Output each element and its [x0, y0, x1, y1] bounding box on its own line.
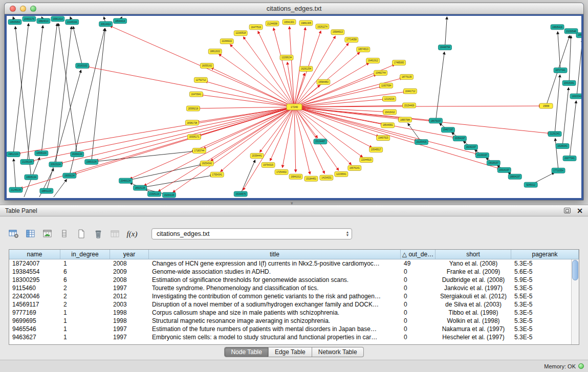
graph-node[interactable]: 18565104	[35, 151, 48, 156]
graph-node[interactable]: 17254402	[275, 169, 288, 174]
graph-node[interactable]: 12239541	[335, 171, 348, 177]
graph-node[interactable]: 18812022	[208, 49, 222, 54]
graph-node[interactable]: 16461912	[366, 58, 380, 63]
graph-node[interactable]: 12208134	[280, 55, 293, 60]
graph-node[interactable]: 19264134	[162, 192, 176, 198]
graph-node[interactable]: 20915104	[49, 162, 62, 167]
table-row[interactable]: 1456911722003Disruption of a novel membe…	[9, 300, 579, 309]
graph-node[interactable]: 17714058	[345, 37, 358, 42]
graph-node[interactable]: 19653134	[85, 159, 98, 164]
graph-node[interactable]: 19303341	[570, 94, 581, 99]
column-header[interactable]: pagerank	[511, 250, 579, 259]
graph-node[interactable]: 22266022	[220, 39, 233, 44]
graph-node[interactable]: 21246134	[9, 187, 23, 192]
close-panel-icon[interactable]: ✕	[577, 207, 583, 214]
table-row[interactable]: 977716911998Corpus callosum shape and si…	[9, 309, 579, 317]
graph-node[interactable]: 16841012	[289, 174, 302, 179]
graph-node[interactable]: 21244098	[266, 21, 279, 26]
graph-node[interactable]: 12752712	[194, 77, 207, 82]
graph-node[interactable]: 16470941	[189, 92, 203, 97]
table-row[interactable]: 1830029562008Estimation of significance …	[9, 276, 579, 284]
graph-node[interactable]: 17710354	[552, 168, 565, 173]
graph-node[interactable]: 19028197	[487, 160, 500, 165]
graph-node[interactable]: 16576141	[348, 165, 361, 170]
table-row[interactable]: 2242004622012Investigating the contribut…	[9, 292, 579, 300]
graph-node[interactable]: 19467197	[441, 127, 454, 133]
graph-node[interactable]: 18381738	[185, 120, 199, 125]
graph-node[interactable]: 20466134	[119, 178, 133, 183]
graph-node[interactable]: 19505134	[25, 174, 38, 180]
graph-node[interactable]: 16541301	[282, 19, 296, 25]
graph-node[interactable]: 15584913	[331, 30, 344, 35]
graph-node[interactable]: 19961414	[51, 16, 64, 21]
column-header[interactable]: short	[435, 250, 511, 259]
graph-node[interactable]: 18574513	[357, 47, 370, 52]
column-header[interactable]: title	[149, 250, 401, 259]
table-row[interactable]: 911546021997Tourette syndrome. Phenomeno…	[9, 284, 579, 292]
delete-table-button[interactable]	[92, 228, 105, 240]
graph-node[interactable]: 19861305	[299, 20, 313, 26]
graph-node[interactable]: 20163102	[76, 63, 89, 68]
graph-node[interactable]: 20264134	[71, 152, 84, 157]
table-select-dropdown[interactable]: citations_edges.txt ▲▼	[151, 228, 352, 239]
graph-node[interactable]: 19812104	[7, 152, 20, 157]
graph-node[interactable]: 19254342	[200, 161, 213, 166]
graph-node[interactable]: 20463174	[23, 16, 36, 21]
graph-node[interactable]: 19565954	[8, 19, 21, 25]
graph-node[interactable]: 19448794	[438, 45, 451, 50]
graph-node[interactable]: 18679197	[429, 118, 443, 123]
column-header[interactable]: in_degree	[60, 250, 110, 259]
tab-network-table[interactable]: Network Table	[312, 347, 364, 357]
graph-node[interactable]: 16055162	[200, 63, 213, 68]
graph-node[interactable]: 20599218	[186, 106, 200, 111]
graph-node[interactable]: 15184451	[304, 176, 318, 181]
import-table-button[interactable]	[108, 228, 122, 240]
graph-node[interactable]: 20614414	[99, 21, 113, 27]
graph-node[interactable]: 18544991	[381, 123, 395, 128]
graph-node[interactable]: 20354197	[453, 136, 466, 141]
column-display-button[interactable]	[24, 228, 37, 240]
graph-node[interactable]: 18841134	[40, 188, 53, 193]
graph-node[interactable]: 17183744	[192, 148, 206, 154]
network-window-titlebar[interactable]: citations_edges.txt	[5, 3, 583, 14]
graph-node[interactable]: 19457915	[377, 136, 390, 141]
graph-node[interactable]: 18957984	[399, 117, 412, 122]
new-table-button[interactable]	[75, 228, 88, 240]
graph-node[interactable]: 10482744	[374, 70, 387, 75]
graph-node[interactable]: 15154409	[403, 103, 416, 108]
table-row[interactable]: 1872400712008Changes of HCN gene express…	[9, 259, 579, 268]
graph-node[interactable]: 18727341	[554, 68, 567, 73]
graph-node[interactable]: 15344575	[234, 191, 247, 196]
scrollbar-thumb[interactable]	[572, 260, 578, 280]
graph-node[interactable]: 21291341	[548, 132, 561, 137]
graph-node[interactable]: 9245012	[524, 182, 537, 187]
graph-node[interactable]: 16165416	[415, 140, 428, 145]
tab-edge-table[interactable]: Edge Table	[269, 347, 312, 357]
graph-node[interactable]: 12116216	[383, 96, 396, 101]
table-row[interactable]: 946362711997Embryonic stem cells: a mode…	[9, 333, 579, 341]
graph-node[interactable]: 16477516	[249, 25, 263, 30]
graph-node[interactable]: 21505134	[148, 191, 161, 196]
graph-node[interactable]: 18540448	[576, 33, 581, 38]
table-row[interactable]: 1938455462009Genome-wide association stu…	[9, 268, 579, 276]
graph-node[interactable]: 16441712	[404, 89, 417, 94]
column-header[interactable]: △ out_de…	[401, 250, 435, 259]
graph-node[interactable]: 17240	[287, 104, 302, 110]
graph-node[interactable]: 12160518	[234, 31, 247, 36]
graph-node[interactable]: 22044915	[360, 157, 373, 162]
graph-node[interactable]: 20916197	[497, 167, 511, 172]
network-canvas[interactable]: 1724018812022160551621275271216470941205…	[7, 16, 581, 198]
graph-node[interactable]: 18242197	[464, 145, 477, 150]
graph-node[interactable]: 18824014	[37, 18, 50, 24]
graph-node[interactable]: 18804197	[508, 174, 521, 179]
graph-node[interactable]: 19059134	[63, 173, 76, 178]
graph-node[interactable]: 15134457	[314, 139, 327, 144]
graph-node[interactable]: 21130197	[475, 152, 489, 158]
graph-node[interactable]: 19754315	[262, 162, 275, 167]
graph-node[interactable]: 15584453	[317, 79, 330, 84]
graph-node[interactable]: 18189341	[556, 144, 569, 149]
row-options-button[interactable]	[58, 228, 71, 240]
graph-node[interactable]: 16261254	[299, 66, 313, 71]
graph-node[interactable]: 18775135	[400, 74, 413, 79]
graph-node[interactable]: 15958	[539, 103, 553, 108]
